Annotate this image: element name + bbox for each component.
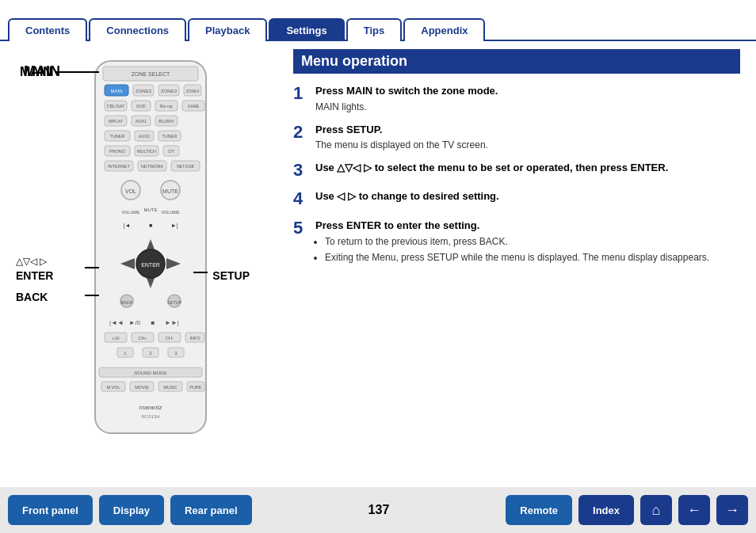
svg-text:MOVIE: MOVIE [135,385,149,390]
svg-text:AUX2: AUX2 [139,134,150,139]
svg-text:|◄◄: |◄◄ [109,319,124,326]
svg-text:TUNER: TUNER [162,134,178,139]
step-1-num: 1 [293,83,315,104]
svg-text:VOL: VOL [125,188,136,194]
step-3-bold: Use △▽◁ ▷ to select the menu to be set o… [315,162,668,173]
svg-text:VOLUME: VOLUME [121,210,140,215]
step-2-bold: Press SETUP. [315,124,382,135]
svg-text:|◄: |◄ [124,223,131,229]
svg-text:AUX1: AUX1 [136,119,147,124]
step-2-num: 2 [293,122,315,143]
svg-text:SOUND MODE: SOUND MODE [134,371,166,375]
svg-text:INFO: INFO [189,336,200,341]
svg-text:ENTER: ENTER [141,262,160,268]
svg-text:ZONE4: ZONE4 [186,89,200,93]
svg-text:►/II: ►/II [129,319,141,326]
label-back: BACK [16,291,48,303]
step-1: 1 Press MAIN to switch the zone mode. MA… [293,83,740,114]
svg-text:MUSIC: MUSIC [163,385,178,390]
svg-text:MAIN: MAIN [111,89,123,93]
svg-text:PHONO: PHONO [109,149,126,154]
step-5-bold: Press ENTER to enter the setting. [315,219,479,231]
step-4-bold: Use ◁ ▷ to change to desired setting. [315,190,499,202]
step-1-bold: Press MAIN to switch the zone mode. [315,85,498,97]
remote-button[interactable]: Remote [506,495,572,525]
forward-nav-icon: → [725,502,739,519]
step-5: 5 Press ENTER to enter the setting. To r… [293,218,740,267]
label-enter: ENTER [16,268,53,284]
rear-panel-button[interactable]: Rear panel [170,495,251,525]
tab-connections[interactable]: Connections [89,18,186,41]
svg-text:NET/USB: NET/USB [177,164,194,169]
tab-playback[interactable]: Playback [188,18,267,41]
step-5-num: 5 [293,218,315,238]
step-3-num: 3 [293,160,315,181]
svg-text:RC013H: RC013H [141,414,159,419]
step-2: 2 Press SETUP. The menu is displayed on … [293,122,740,153]
step-1-sub: MAIN lights. [315,100,498,114]
svg-text:+10: +10 [112,336,119,341]
svg-text:CH-: CH- [166,336,174,341]
svg-text:CH+: CH+ [138,336,147,341]
svg-text:►►|: ►►| [165,319,179,326]
step-5-bullet-1: To return to the previous item, press BA… [325,234,709,249]
step-4: 4 Use ◁ ▷ to change to desired setting. [293,188,740,209]
content-area: MAIN ZONE SELECT MAIN ZONE2 ZONE3 ZONE4 [0,41,756,487]
back-nav-icon: ← [687,502,701,519]
svg-text:ZONE2: ZONE2 [136,89,152,93]
forward-nav-button[interactable]: → [716,495,748,525]
index-button[interactable]: Index [578,495,634,525]
svg-text:NETWORK: NETWORK [141,164,163,169]
label-arrows: △▽◁ ▷ [16,255,53,268]
home-button[interactable]: ⌂ [640,495,672,525]
instructions-area: Menu operation 1 Press MAIN to switch th… [277,49,748,479]
svg-text:CBL/SAT: CBL/SAT [107,104,125,109]
svg-text:marantz: marantz [139,404,163,411]
svg-text:OT: OT [168,149,174,154]
svg-text:MULTICH: MULTICH [137,149,156,154]
svg-text:ZONE3: ZONE3 [161,89,178,93]
svg-text:GAME: GAME [188,104,200,109]
svg-text:M.VOL: M.VOL [106,385,120,390]
svg-text:►|: ►| [171,223,178,229]
svg-text:DVD: DVD [136,104,146,109]
tab-contents[interactable]: Contents [8,18,87,41]
tab-settings[interactable]: Settings [269,18,344,41]
remote-area: MAIN ZONE SELECT MAIN ZONE2 ZONE3 ZONE4 [8,49,277,479]
svg-text:INTERNET: INTERNET [108,164,130,169]
step-5-bullets: To return to the previous item, press BA… [325,234,709,265]
svg-text:PURE: PURE [189,385,202,390]
bottom-bar: Front panel Display Rear panel 137 Remot… [0,487,756,533]
svg-text:BACK: BACK [121,300,133,305]
remote-image: ZONE SELECT MAIN ZONE2 ZONE3 ZONE4 CBL/S… [87,57,214,448]
display-button[interactable]: Display [99,495,164,525]
section-title: Menu operation [293,49,740,74]
step-3: 3 Use △▽◁ ▷ to select the menu to be set… [293,160,740,181]
svg-text:ZONE SELECT: ZONE SELECT [132,71,170,77]
page-number: 137 [258,503,500,517]
svg-text:SETUP: SETUP [167,300,182,305]
label-setup: SETUP [212,269,250,282]
svg-text:MUTE: MUTE [144,207,158,212]
back-nav-button[interactable]: ← [678,495,710,525]
svg-text:■: ■ [151,319,155,326]
step-4-num: 4 [293,188,315,209]
svg-text:VOLUME: VOLUME [161,210,180,215]
home-icon: ⌂ [652,502,661,519]
svg-text:■: ■ [149,223,152,228]
svg-text:TUNER: TUNER [110,134,125,139]
front-panel-button[interactable]: Front panel [8,495,93,525]
svg-text:Blu-ray: Blu-ray [160,104,173,109]
tab-tips[interactable]: Tips [346,18,403,41]
svg-text:MUTE: MUTE [162,188,178,194]
svg-text:MPLAY: MPLAY [109,119,124,124]
tab-appendix[interactable]: Appendix [403,18,485,41]
step-2-sub: The menu is displayed on the TV screen. [315,138,488,152]
step-5-bullet-2: Exiting the Menu, press SETUP while the … [325,250,709,265]
tabs-bar: Contents Connections Playback Settings T… [0,0,756,41]
svg-text:BLURAY: BLURAY [158,119,174,124]
label-main-text: MAIN [20,65,52,79]
